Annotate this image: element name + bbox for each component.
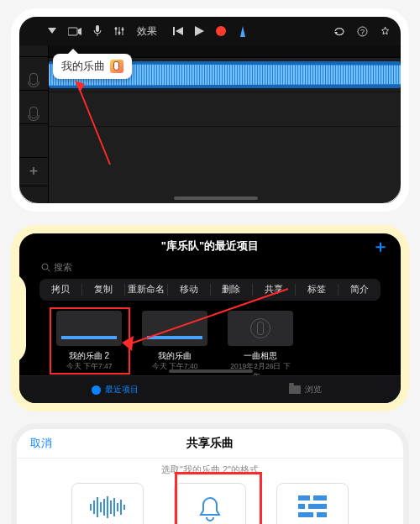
svg-rect-3 — [96, 25, 99, 32]
svg-rect-7 — [173, 27, 175, 35]
annotation-arrow — [120, 286, 297, 353]
home-indicator — [174, 196, 258, 200]
clock-icon — [92, 385, 101, 395]
svg-marker-2 — [78, 28, 81, 35]
folder-icon — [289, 385, 301, 394]
ctx-copy[interactable]: 拷贝 — [39, 284, 82, 296]
sliders-icon[interactable] — [113, 26, 125, 36]
svg-rect-32 — [298, 504, 305, 509]
prev-icon[interactable] — [173, 26, 183, 36]
selection-highlight — [50, 307, 130, 375]
ctx-info[interactable]: 简介 — [339, 284, 381, 296]
svg-marker-18 — [122, 336, 134, 351]
tab-bar: 最近项目 浏览 — [19, 375, 401, 403]
song-title-popup[interactable]: 我的乐曲 — [53, 54, 132, 79]
annotation-arrow — [75, 81, 125, 173]
svg-marker-9 — [195, 26, 204, 36]
svg-marker-14 — [75, 81, 85, 92]
editor-toolbar: 效果 ? — [19, 17, 401, 45]
svg-line-13 — [78, 86, 110, 165]
blocks-icon — [298, 495, 327, 519]
tab-browse-label: 浏览 — [305, 384, 322, 396]
svg-rect-33 — [308, 504, 327, 509]
tab-recent-label: 最近项目 — [105, 384, 139, 396]
waveform-icon — [88, 495, 127, 519]
cancel-button[interactable]: 取消 — [30, 436, 52, 451]
garageband-editor-panel: 效果 ? — [11, 8, 409, 212]
share-header: 取消 共享乐曲 — [17, 429, 403, 458]
track-header-1[interactable] — [19, 57, 48, 91]
selection-highlight — [175, 472, 262, 524]
garageband-app-icon — [110, 60, 123, 73]
mic-track-icon — [29, 73, 38, 85]
song-title-label: 我的乐曲 — [61, 59, 105, 74]
search-placeholder: 搜索 — [54, 261, 72, 274]
settings-icon[interactable] — [380, 26, 391, 37]
fx-label[interactable]: 效果 — [137, 24, 157, 39]
camera-icon[interactable] — [68, 27, 81, 36]
svg-marker-8 — [176, 27, 183, 35]
dropdown-icon[interactable] — [48, 28, 56, 34]
browser-header: "库乐队"的最近项目 ＋ — [19, 233, 401, 259]
file-browser-panel: "库乐队"的最近项目 ＋ 搜索 拷贝 复制 重新命名 移动 删除 共享 标签 简… — [11, 225, 409, 411]
loop-icon[interactable] — [333, 26, 345, 36]
share-sheet-panel: 取消 共享乐曲 选取"我的乐曲 2"的格式 — [11, 423, 409, 524]
share-title: 共享乐曲 — [186, 436, 234, 451]
svg-line-16 — [48, 269, 50, 271]
track-header-2[interactable] — [19, 91, 48, 124]
play-icon[interactable] — [195, 26, 204, 36]
svg-rect-30 — [298, 495, 310, 500]
svg-point-5 — [118, 32, 121, 34]
track-headers: + — [19, 45, 49, 203]
svg-point-4 — [115, 28, 118, 30]
add-button[interactable]: ＋ — [372, 238, 389, 254]
svg-rect-34 — [298, 512, 313, 517]
help-icon[interactable]: ? — [357, 26, 368, 37]
tab-recent[interactable]: 最近项目 — [19, 376, 210, 403]
format-song[interactable] — [71, 483, 144, 524]
format-project[interactable] — [276, 483, 349, 524]
ctx-dup[interactable]: 复制 — [82, 284, 125, 296]
tab-browse[interactable]: 浏览 — [210, 376, 401, 403]
svg-point-6 — [122, 29, 124, 31]
svg-line-17 — [129, 289, 288, 344]
svg-rect-35 — [317, 512, 327, 517]
record-icon[interactable] — [216, 26, 226, 36]
home-indicator — [169, 369, 253, 373]
mic-track-icon — [29, 107, 38, 118]
svg-text:?: ? — [360, 28, 365, 36]
ctx-tags[interactable]: 标签 — [296, 284, 339, 296]
svg-point-15 — [42, 264, 48, 270]
search-icon — [41, 263, 50, 272]
search-field[interactable]: 搜索 — [41, 259, 379, 275]
svg-rect-31 — [313, 495, 327, 500]
device-notch — [19, 272, 26, 364]
svg-rect-1 — [68, 28, 77, 35]
svg-marker-0 — [48, 28, 56, 34]
browser-title: "库乐队"的最近项目 — [161, 238, 259, 254]
metronome-icon[interactable] — [238, 26, 247, 37]
mic-icon[interactable] — [93, 25, 102, 37]
